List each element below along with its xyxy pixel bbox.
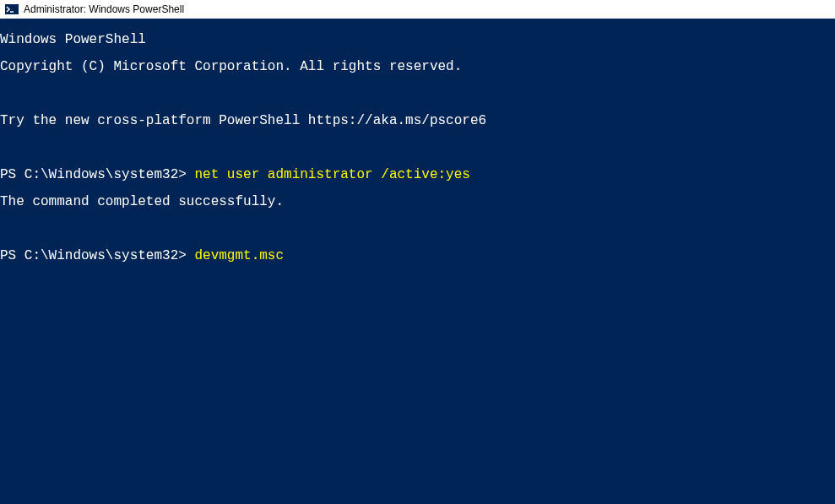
svg-rect-0: [5, 4, 19, 14]
window-titlebar: Administrator: Windows PowerShell: [0, 0, 835, 19]
command-text: devmgmt.msc: [194, 248, 284, 263]
terminal-cursor: [284, 249, 291, 263]
terminal-command-line: PS C:\Windows\system32> net user adminis…: [0, 168, 835, 182]
terminal-command-line: PS C:\Windows\system32> devmgmt.msc: [0, 249, 835, 263]
terminal-blank-line: [0, 87, 835, 100]
window-title: Administrator: Windows PowerShell: [24, 0, 184, 19]
command-text: net user administrator /active:yes: [194, 167, 469, 182]
terminal-line: Try the new cross-platform PowerShell ht…: [0, 114, 835, 127]
terminal-area[interactable]: Windows PowerShell Copyright (C) Microso…: [0, 19, 835, 504]
terminal-blank-line: [0, 141, 835, 154]
terminal-line: Windows PowerShell: [0, 33, 835, 46]
terminal-line: The command completed successfully.: [0, 195, 835, 209]
terminal-blank-line: [0, 222, 835, 236]
powershell-icon: [5, 3, 19, 16]
prompt-text: PS C:\Windows\system32>: [0, 248, 194, 263]
prompt-text: PS C:\Windows\system32>: [0, 167, 194, 182]
terminal-line: Copyright (C) Microsoft Corporation. All…: [0, 60, 835, 73]
